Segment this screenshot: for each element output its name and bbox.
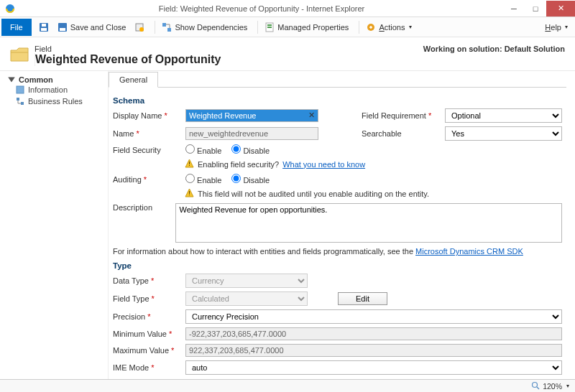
close-button[interactable]: ✕ [546, 1, 575, 17]
section-schema: Schema [113, 96, 562, 105]
managed-properties-button[interactable]: Managed Properties [260, 20, 353, 34]
label-precision: Precision [113, 312, 181, 321]
field-security-hint: Enabling field security? What you need t… [185, 159, 562, 169]
svg-rect-19 [189, 162, 190, 164]
name-field[interactable] [185, 127, 318, 140]
svg-rect-12 [267, 27, 272, 28]
display-name-field[interactable] [185, 109, 318, 122]
ime-mode-select[interactable]: auto [185, 360, 562, 375]
svg-rect-5 [60, 28, 65, 31]
label-field-type: Field Type [113, 294, 181, 303]
chevron-down-icon: ▾ [565, 24, 568, 30]
maximize-button[interactable]: □ [525, 1, 546, 17]
breadcrumb: Field [34, 45, 229, 53]
label-field-security: Field Security [113, 146, 181, 154]
save-and-close-button[interactable]: Save and Close [53, 20, 131, 34]
help-menu[interactable]: ?Help▾ [543, 23, 574, 32]
chevron-down-icon[interactable]: ▾ [566, 383, 569, 389]
zoom-level[interactable]: 120% [543, 382, 562, 391]
svg-rect-21 [189, 191, 190, 194]
svg-rect-9 [167, 28, 171, 32]
field-security-enable[interactable]: Enable [185, 144, 221, 155]
solution-label: Working on solution: Default Solution [423, 45, 565, 66]
ie-icon [4, 3, 16, 14]
toolbar: File Save and Close Show Dependencies Ma… [0, 17, 575, 37]
label-min-value: Minimum Value [113, 330, 181, 338]
svg-point-7 [139, 27, 144, 32]
data-type-select: Currency [185, 274, 308, 288]
svg-rect-16 [17, 86, 24, 93]
label-auditing: Auditing [113, 175, 181, 184]
svg-rect-2 [41, 28, 47, 31]
label-name: Name [113, 129, 181, 138]
svg-rect-17 [17, 98, 19, 101]
label-field-requirement: Field Requirement [362, 111, 441, 120]
tabstrip: General [109, 71, 566, 88]
description-field[interactable]: Weighted Revenue for open opportunities. [175, 203, 562, 243]
minimum-value-field [185, 327, 562, 340]
status-bar: 120% ▾ [0, 379, 575, 392]
svg-rect-20 [189, 165, 190, 166]
new-icon [134, 22, 144, 32]
sdk-info: For information about how to interact wi… [113, 247, 562, 256]
field-security-disable[interactable]: Disable [231, 144, 270, 155]
rules-icon [16, 97, 24, 106]
label-searchable: Searchable [362, 129, 441, 138]
auditing-enable[interactable]: Enable [185, 174, 221, 185]
warning-icon [185, 188, 194, 199]
page-header: Field Weighted Revenue of Opportunity Wo… [0, 37, 575, 71]
folder-icon [10, 47, 29, 62]
sidebar: Common Information Business Rules [0, 71, 108, 381]
svg-rect-3 [42, 24, 46, 27]
clear-icon[interactable]: ✕ [308, 111, 315, 120]
sidebar-item-information[interactable]: Information [7, 84, 101, 95]
new-button[interactable] [130, 20, 149, 34]
zoom-icon [531, 381, 540, 391]
show-dependencies-button[interactable]: Show Dependencies [157, 20, 252, 34]
label-description: Description [113, 203, 171, 212]
svg-rect-22 [189, 195, 190, 195]
label-max-value: Maximum Value [113, 346, 181, 355]
maximum-value-field [185, 344, 562, 357]
label-ime-mode: IME Mode [113, 363, 181, 372]
precision-select[interactable]: Currency Precision [185, 309, 562, 324]
properties-icon [264, 22, 275, 32]
info-icon [16, 85, 24, 94]
save-icon [39, 22, 49, 32]
warning-icon [185, 159, 194, 169]
field-requirement-select[interactable]: Optional [445, 108, 562, 123]
minimize-button[interactable]: ─ [503, 1, 525, 17]
actions-icon [366, 22, 376, 32]
save-close-icon [58, 22, 68, 32]
section-type: Type [113, 261, 562, 270]
auditing-hint: This field will not be audited until you… [185, 188, 562, 199]
save-button[interactable] [34, 20, 53, 34]
svg-rect-8 [162, 23, 166, 27]
svg-rect-11 [267, 24, 272, 26]
edit-button[interactable]: Edit [338, 292, 387, 305]
tab-general[interactable]: General [109, 72, 158, 88]
actions-menu[interactable]: AActionsctions▾ [362, 20, 416, 34]
searchable-select[interactable]: Yes [445, 126, 562, 141]
chevron-down-icon: ▾ [409, 24, 412, 30]
file-menu[interactable]: File [1, 19, 32, 36]
field-type-select: Calculated [185, 291, 308, 306]
sdk-link[interactable]: Microsoft Dynamics CRM SDK [415, 247, 523, 256]
window-titlebar: Field: Weighted Revenue of Opportunity -… [0, 0, 575, 17]
auditing-disable[interactable]: Disable [231, 174, 270, 185]
dependencies-icon [162, 22, 172, 32]
page-title: Weighted Revenue of Opportunity [34, 53, 229, 66]
window-title: Field: Weighted Revenue of Opportunity -… [20, 4, 503, 13]
svg-point-23 [533, 382, 538, 387]
label-data-type: Data Type [113, 276, 181, 285]
label-display-name: Display Name [113, 111, 181, 120]
svg-rect-18 [21, 102, 24, 105]
sidebar-common[interactable]: Common [7, 75, 101, 84]
security-info-link[interactable]: What you need to know [282, 160, 365, 169]
sidebar-item-business-rules[interactable]: Business Rules [7, 95, 101, 107]
